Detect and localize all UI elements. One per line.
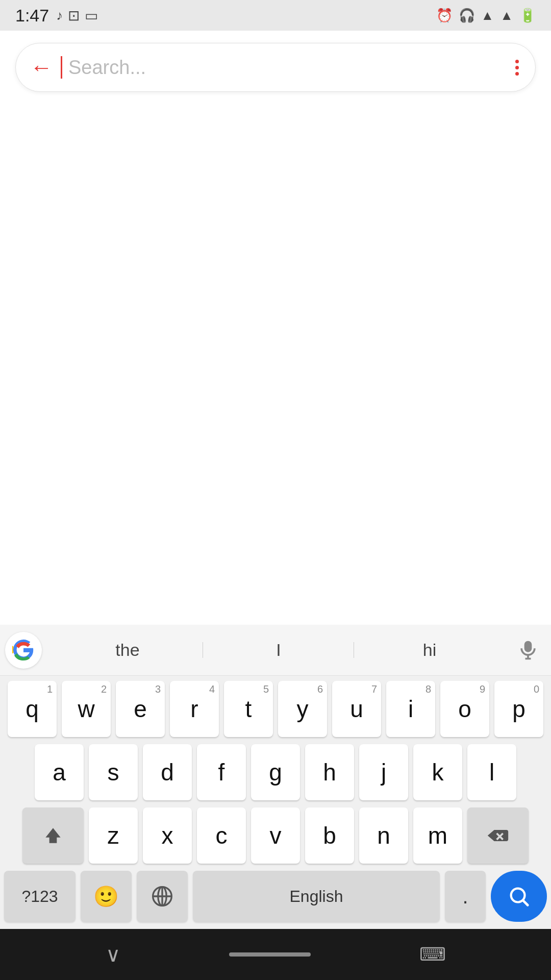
period-key[interactable]: . <box>445 871 486 922</box>
search-bar-container: ← Search... <box>0 31 551 102</box>
key-q[interactable]: 1q <box>8 681 57 737</box>
key-p[interactable]: 0p <box>494 681 543 737</box>
suggestion-I[interactable]: I <box>203 640 354 660</box>
key-l[interactable]: l <box>467 744 516 800</box>
key-h[interactable]: h <box>305 744 354 800</box>
key-j[interactable]: j <box>359 744 408 800</box>
search-key[interactable] <box>491 871 547 922</box>
key-z[interactable]: z <box>89 807 138 864</box>
key-e[interactable]: 3e <box>116 681 165 737</box>
key-b[interactable]: b <box>305 807 354 864</box>
key-g[interactable]: g <box>251 744 300 800</box>
status-left-icons: ♪ ⊡ ▭ <box>56 7 98 24</box>
key-row-2: a s d f g h j k l <box>0 744 551 800</box>
key-a[interactable]: a <box>35 744 84 800</box>
key-s[interactable]: s <box>89 744 138 800</box>
nav-down-icon[interactable]: ∨ <box>106 943 120 966</box>
key-r[interactable]: 4r <box>170 681 219 737</box>
key-rows: 1q 2w 3e 4r 5t 6y 7u 8i 9o 0p a s d f g … <box>0 676 551 929</box>
google-g-icon <box>12 639 35 662</box>
key-c[interactable]: c <box>197 807 246 864</box>
key-u[interactable]: 7u <box>332 681 381 737</box>
num123-key[interactable]: ?123 <box>4 871 76 922</box>
back-button[interactable]: ← <box>30 55 53 80</box>
screenshot-icon: ⊡ <box>68 7 80 24</box>
status-right: ⏰ 🎧 ▲ ▲ 🔋 <box>436 8 536 23</box>
headphone-icon: 🎧 <box>459 8 475 23</box>
key-i[interactable]: 8i <box>386 681 435 737</box>
globe-key[interactable] <box>137 871 188 922</box>
search-bar: ← Search... <box>15 43 536 92</box>
key-d[interactable]: d <box>143 744 192 800</box>
suggestion-the[interactable]: the <box>52 640 203 660</box>
signal-icon: ▲ <box>500 8 513 23</box>
key-o[interactable]: 9o <box>440 681 489 737</box>
svg-line-5 <box>523 901 528 905</box>
status-bar: 1:47 ♪ ⊡ ▭ ⏰ 🎧 ▲ ▲ 🔋 <box>0 0 551 31</box>
suggestions-container: the I hi <box>52 640 505 660</box>
key-t[interactable]: 5t <box>224 681 273 737</box>
key-m[interactable]: m <box>413 807 462 864</box>
key-row-bottom: ?123 🙂 English . <box>0 871 551 922</box>
text-cursor <box>61 56 62 79</box>
nav-home-pill[interactable] <box>229 952 311 957</box>
key-x[interactable]: x <box>143 807 192 864</box>
key-w[interactable]: 2w <box>62 681 111 737</box>
more-options-button[interactable] <box>513 58 521 78</box>
wifi-icon: ▲ <box>481 8 494 23</box>
battery-icon: 🔋 <box>519 8 536 23</box>
shift-key[interactable] <box>22 807 84 864</box>
google-logo <box>5 632 42 669</box>
key-f[interactable]: f <box>197 744 246 800</box>
space-key[interactable]: English <box>193 871 440 922</box>
key-k[interactable]: k <box>413 744 462 800</box>
suggestion-bar: the I hi <box>0 625 551 676</box>
suggestion-hi[interactable]: hi <box>354 640 505 660</box>
key-row-1: 1q 2w 3e 4r 5t 6y 7u 8i 9o 0p <box>0 681 551 737</box>
nav-keyboard-icon[interactable]: ⌨ <box>419 944 446 965</box>
music-icon: ♪ <box>56 8 63 23</box>
content-area <box>0 102 551 459</box>
nav-bar: ∨ ⌨ <box>0 929 551 980</box>
key-y[interactable]: 6y <box>278 681 327 737</box>
key-row-3: z x c v b n m <box>0 807 551 864</box>
status-left: 1:47 ♪ ⊡ ▭ <box>15 6 98 26</box>
emoji-key[interactable]: 🙂 <box>81 871 132 922</box>
key-v[interactable]: v <box>251 807 300 864</box>
search-placeholder[interactable]: Search... <box>68 57 513 79</box>
key-n[interactable]: n <box>359 807 408 864</box>
status-time: 1:47 <box>15 6 49 26</box>
keyboard: the I hi 1q 2w 3e 4r 5t 6y 7u 8i 9o 0p a… <box>0 625 551 929</box>
alarm-icon: ⏰ <box>436 8 453 23</box>
mic-icon[interactable] <box>510 639 546 662</box>
backspace-key[interactable] <box>467 807 529 864</box>
screen-icon: ▭ <box>85 7 98 24</box>
